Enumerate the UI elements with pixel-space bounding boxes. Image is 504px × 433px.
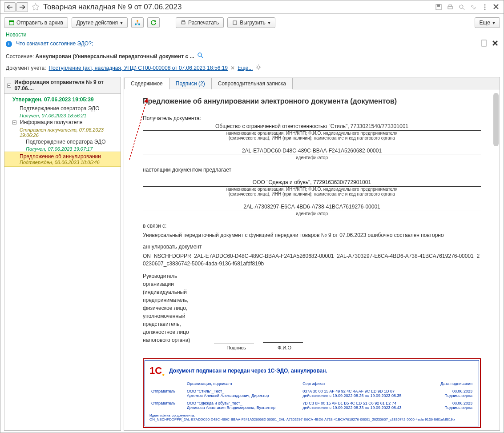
chevron-down-icon: ▾ bbox=[492, 20, 495, 26]
stamp-h-cert: Сертификат bbox=[301, 381, 430, 387]
org-chart-icon bbox=[134, 20, 141, 26]
preview-icon[interactable] bbox=[458, 4, 465, 11]
stamp-row2-ok: Подпись верна bbox=[431, 405, 472, 410]
favorite-star-icon[interactable] bbox=[32, 3, 40, 12]
refresh-icon bbox=[150, 20, 157, 26]
svg-line-19 bbox=[201, 56, 203, 58]
stamp-row1-role: Отправитель bbox=[149, 387, 185, 399]
annul-file: ON_NSCHFDOPPR_2AL-E7ADDC60-D48C-489C-BBA… bbox=[143, 253, 481, 268]
toolbar: Отправить в архив Другие действия ▾ Расп… bbox=[0, 14, 504, 32]
fio-line bbox=[263, 342, 303, 343]
signature-stamp: 1C● Документ подписан и передан через 1С… bbox=[143, 358, 481, 428]
scrollbar-thumb[interactable] bbox=[493, 93, 499, 146]
collapse-icon[interactable]: − bbox=[7, 84, 11, 88]
svg-point-6 bbox=[484, 4, 486, 5]
tree-item-1[interactable]: Подтверждение оператора ЭДО bbox=[4, 104, 121, 113]
back-button[interactable] bbox=[4, 2, 16, 12]
recipient-label: Получатель документа: bbox=[143, 115, 481, 121]
reason-label: в связи с: bbox=[143, 222, 481, 230]
doc-ref-more[interactable]: Еще... bbox=[238, 65, 253, 71]
print-button[interactable]: Распечатать bbox=[176, 17, 224, 28]
stamp-doc-id-label: Идентификатор документа: bbox=[149, 413, 474, 417]
doc-ref-link[interactable]: Поступление (акт, накладная, УПД) СТ00-0… bbox=[48, 65, 228, 71]
close-icon[interactable] bbox=[493, 4, 500, 11]
tree-item-2-sub: Отправлен получателю, 07.06.2023 19:06:2… bbox=[4, 127, 121, 138]
tab-cover-note[interactable]: Сопроводительная записка bbox=[211, 78, 293, 89]
fio-caption: Ф.И.О. bbox=[265, 345, 305, 350]
save-icon[interactable] bbox=[435, 4, 442, 11]
stamp-title: Документ подписан и передан через 1С-ЭДО… bbox=[169, 368, 327, 374]
document-icon[interactable] bbox=[481, 40, 488, 48]
svg-point-12 bbox=[135, 24, 137, 25]
identifier-2: 2AL-A7303297-E6CA-4BD6-A738-41BCA7619276… bbox=[143, 203, 481, 211]
link-icon[interactable] bbox=[470, 4, 477, 11]
export-icon bbox=[232, 20, 238, 25]
export-label: Выгрузить bbox=[240, 20, 266, 26]
stamp-row2-person: Денисова Анастасия Владимировна, Бухгалт… bbox=[187, 405, 299, 410]
id-caption-2: идентификатор bbox=[143, 211, 481, 216]
tab-content[interactable]: Содержимое bbox=[124, 78, 169, 89]
stamp-h-date: Дата подписания bbox=[430, 381, 474, 387]
archive-icon bbox=[9, 20, 14, 25]
other-actions-button[interactable]: Другие действия ▾ bbox=[72, 17, 128, 28]
tree-item-3-sub: Получен, 07.06.2023 19:07:17 bbox=[4, 146, 121, 152]
tree-item-3[interactable]: Подтверждение оператора ЭДО bbox=[4, 138, 121, 147]
svg-rect-17 bbox=[482, 40, 486, 46]
tree-item-2-label: Информация получателя bbox=[20, 119, 83, 126]
doc-ref-row: Документ учета: Поступление (акт, наклад… bbox=[0, 61, 504, 77]
archive-button[interactable]: Отправить в архив bbox=[4, 17, 68, 28]
stamp-row1-person: Артемов Алексей Александрович, Директор bbox=[187, 393, 299, 398]
tab-signatures[interactable]: Подписи (2) bbox=[169, 78, 212, 89]
svg-point-8 bbox=[484, 8, 486, 10]
svg-rect-9 bbox=[9, 22, 14, 25]
collapse-icon[interactable]: − bbox=[12, 120, 16, 124]
tree-approved[interactable]: Утвержден, 07.06.2023 19:05:39 bbox=[4, 96, 121, 104]
stamp-row2-org: ООО "Одежда и обувь"_тест_ bbox=[187, 401, 299, 405]
export-button[interactable]: Выгрузить ▾ bbox=[227, 17, 275, 28]
stamp-row1-date: 08.06.2023 bbox=[431, 389, 472, 393]
stamp-row2-role: Отправитель bbox=[149, 399, 185, 411]
more-button[interactable]: Еще ▾ bbox=[475, 17, 500, 28]
stamp-row1-valid: действителен с 19.09.2022 08:26 по 19.09… bbox=[302, 393, 428, 398]
chevron-down-icon: ▾ bbox=[268, 20, 270, 26]
stamp-row2-date: 08.06.2023 bbox=[431, 401, 472, 405]
titlebar: Товарная накладная № 9 от 07.06.2023 bbox=[0, 0, 504, 14]
gear-icon[interactable] bbox=[255, 64, 262, 72]
org-chart-button[interactable] bbox=[131, 17, 144, 28]
1c-logo-icon: 1C● bbox=[149, 365, 165, 377]
svg-rect-15 bbox=[182, 20, 185, 22]
document-viewport[interactable]: Предложение об аннулировании электронног… bbox=[124, 89, 500, 430]
svg-point-11 bbox=[137, 20, 138, 22]
forward-button[interactable] bbox=[16, 2, 28, 12]
stamp-row1-org: ООО "Стиль"_Тест_ bbox=[187, 389, 299, 393]
magnifier-icon[interactable] bbox=[198, 53, 203, 60]
news-link[interactable]: Что означает состояние ЭДО?; bbox=[16, 40, 93, 47]
svg-rect-14 bbox=[181, 22, 185, 24]
org-caption-1b: наименование организации, ИНН/КПП; Ф.И.О… bbox=[143, 187, 481, 192]
signature-line bbox=[214, 344, 254, 344]
id-caption: идентификатор bbox=[143, 155, 481, 160]
svg-rect-10 bbox=[9, 20, 14, 22]
doc-ref-label: Документ учета: bbox=[6, 65, 46, 71]
reason-text: Универсальный передаточный документ с фу… bbox=[143, 232, 481, 239]
tree-header[interactable]: − Информация отправителя № 9 от 07.06...… bbox=[4, 77, 121, 94]
stamp-row2-valid: действителен с 19.09.2022 08:33 по 19.09… bbox=[302, 405, 428, 410]
svg-rect-16 bbox=[233, 21, 237, 24]
refresh-button[interactable] bbox=[147, 17, 160, 28]
more-icon[interactable] bbox=[481, 4, 488, 11]
stamp-row1-cert: 037A 30 00 15 AF 49 92 4C 4A AF 9C ED 9D… bbox=[302, 389, 428, 393]
print-icon[interactable] bbox=[447, 4, 454, 11]
close-news-icon[interactable] bbox=[492, 40, 498, 48]
org-caption-2b: (физического лица), ИНН (при наличии); н… bbox=[143, 192, 481, 196]
org-caption-1: наименование организации, ИНН/КПП; Ф.И.О… bbox=[143, 131, 481, 136]
svg-point-18 bbox=[198, 53, 202, 56]
tree-item-selected[interactable]: Предложение об аннулировании Подтвержден… bbox=[4, 152, 121, 167]
svg-rect-2 bbox=[448, 6, 452, 9]
more-label: Еще bbox=[480, 20, 490, 26]
signer-role: Руководитель организации (индивидуальный… bbox=[143, 272, 205, 344]
tree-item-2[interactable]: − Информация получателя bbox=[4, 118, 121, 127]
svg-rect-3 bbox=[449, 5, 452, 6]
document-panel: Содержимое Подписи (2) Сопроводительная … bbox=[124, 77, 500, 431]
clear-ref-icon[interactable]: ✕ bbox=[230, 65, 235, 71]
info-icon: i bbox=[6, 41, 12, 47]
